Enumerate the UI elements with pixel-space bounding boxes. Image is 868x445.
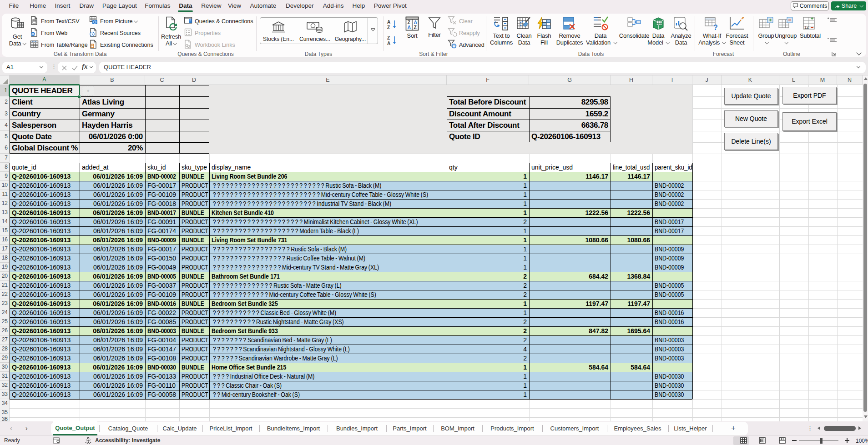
svg-text:A: A (387, 20, 390, 25)
svg-text:12: 12 (804, 25, 809, 30)
svg-text:A: A (387, 41, 390, 46)
svg-text:Z: Z (387, 25, 390, 30)
svg-text:?: ? (713, 24, 718, 31)
svg-text:Z: Z (387, 35, 390, 40)
svg-text:A: A (408, 25, 411, 30)
svg-text:Z: Z (414, 25, 417, 30)
